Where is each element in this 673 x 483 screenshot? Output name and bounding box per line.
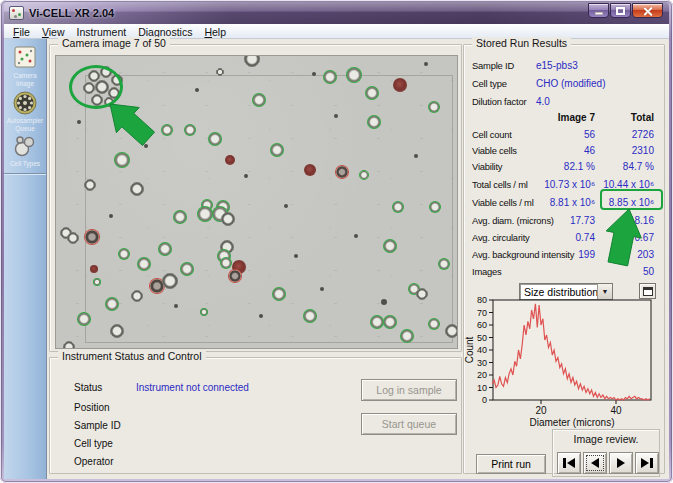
autosampler-queue-icon bbox=[12, 91, 38, 115]
title-bar: Vi-CELL XR 2.04 bbox=[4, 2, 669, 24]
menu-diagnostics[interactable]: Diagnostics bbox=[132, 26, 198, 38]
image-review-label: Image review. bbox=[553, 433, 659, 445]
viable-cell bbox=[370, 315, 384, 329]
cell bbox=[110, 324, 124, 338]
dead-cell bbox=[90, 265, 98, 273]
results-info-label: Sample ID bbox=[472, 60, 514, 71]
results-info-value: 4.0 bbox=[536, 96, 550, 107]
log-in-sample-button[interactable]: Log in sample bbox=[361, 379, 457, 401]
debris-speck bbox=[414, 154, 418, 158]
debris-speck bbox=[259, 314, 263, 318]
viable-cell bbox=[359, 170, 369, 180]
menu-instrument[interactable]: Instrument bbox=[71, 26, 133, 38]
debris-speck bbox=[354, 234, 358, 238]
debris-speck bbox=[244, 174, 248, 178]
annotation-arrow bbox=[104, 98, 174, 162]
svg-text:10: 10 bbox=[477, 383, 487, 393]
print-run-button[interactable]: Print run bbox=[476, 454, 546, 474]
cell bbox=[67, 232, 79, 244]
cell bbox=[131, 290, 143, 302]
viable-cell bbox=[272, 287, 286, 301]
camera-image-icon bbox=[12, 46, 38, 70]
viable-cell bbox=[93, 278, 101, 286]
instr-label-cell-type: Cell type bbox=[74, 438, 113, 449]
viable-cell bbox=[303, 309, 317, 323]
viable-cell bbox=[137, 257, 151, 271]
dead-cell bbox=[225, 155, 235, 165]
results-info-value: e15-pbs3 bbox=[536, 60, 578, 71]
viable-cell bbox=[158, 242, 172, 256]
menu-view[interactable]: View bbox=[36, 26, 71, 38]
maximize-button[interactable] bbox=[610, 3, 631, 18]
instr-label-sample-id: Sample ID bbox=[74, 420, 121, 431]
instr-value-status: Instrument not connected bbox=[136, 382, 249, 393]
viable-cell bbox=[392, 201, 404, 213]
results-group-legend: Stored Run Results bbox=[472, 37, 571, 49]
cell bbox=[416, 288, 428, 300]
image-review-panel: Image review. bbox=[552, 429, 660, 477]
instr-label-operator: Operator bbox=[74, 456, 113, 467]
debris-speck bbox=[320, 287, 324, 291]
sidebar-item-camera-image[interactable]: Camera Image bbox=[4, 46, 46, 87]
results-total-value: 2310 bbox=[601, 145, 654, 156]
viable-cell bbox=[208, 132, 222, 146]
debris-speck bbox=[424, 62, 428, 66]
results-image-value: 82.1 % bbox=[535, 161, 595, 172]
last-image-button[interactable] bbox=[635, 452, 659, 474]
results-row-label: Viable cells bbox=[472, 145, 517, 156]
svg-text:40: 40 bbox=[477, 345, 487, 355]
svg-text:40: 40 bbox=[610, 405, 622, 416]
sidebar-item-cell-types[interactable]: Cell Types bbox=[4, 134, 46, 168]
menu-help[interactable]: Help bbox=[198, 26, 232, 38]
minimize-button[interactable] bbox=[588, 3, 609, 18]
stored-run-results-group: Stored Run Results Sample IDe15-pbs3Cell… bbox=[463, 44, 665, 474]
menu-file[interactable]: File bbox=[7, 26, 36, 38]
results-info-label: Cell type bbox=[472, 78, 507, 89]
debris-speck bbox=[284, 204, 288, 208]
cell bbox=[445, 324, 458, 338]
instr-label-position: Position bbox=[74, 402, 110, 413]
viable-cell bbox=[220, 257, 232, 269]
debris-speck bbox=[174, 304, 178, 308]
viable-cell bbox=[346, 67, 362, 83]
close-button[interactable] bbox=[632, 3, 663, 18]
results-row-label: Total cells / ml bbox=[472, 179, 528, 190]
results-row-label: Images bbox=[472, 266, 502, 277]
previous-image-button[interactable] bbox=[583, 452, 607, 474]
cell bbox=[84, 179, 96, 191]
instr-label-status: Status bbox=[74, 382, 102, 393]
viable-cell bbox=[383, 315, 397, 329]
camera-image-group: Camera image 7 of 50 bbox=[49, 44, 462, 352]
camera-group-legend: Camera image 7 of 50 bbox=[58, 37, 170, 49]
debris-speck bbox=[109, 214, 113, 218]
viable-cell bbox=[323, 70, 337, 84]
sidebar: Camera ImageAutosampler QueueCell Types bbox=[4, 39, 47, 479]
viable-cell bbox=[184, 124, 196, 136]
dead-cell bbox=[228, 269, 242, 283]
next-image-button[interactable] bbox=[609, 452, 633, 474]
viable-cell bbox=[77, 312, 91, 326]
results-row-label: Avg. circularity bbox=[472, 232, 530, 243]
viable-cell bbox=[400, 329, 414, 343]
cell bbox=[244, 55, 260, 67]
viable-cell bbox=[438, 258, 450, 270]
results-image-value: 8.81 x 10⁶ bbox=[535, 197, 595, 208]
dead-cell bbox=[393, 78, 407, 92]
viable-cell bbox=[200, 308, 208, 316]
results-image-value: 199 bbox=[535, 249, 595, 260]
results-image-value: 17.73 bbox=[535, 215, 595, 226]
window-frame: Vi-CELL XR 2.04 FileViewInstrumentDiagno… bbox=[0, 0, 673, 483]
viable-cell bbox=[429, 201, 441, 213]
results-image-value: 56 bbox=[535, 129, 595, 140]
sidebar-item-autosampler-queue[interactable]: Autosampler Queue bbox=[4, 91, 46, 132]
size-distribution-chart: 010203040506070802040Diameter (microns)C… bbox=[464, 295, 666, 430]
results-row-label: Viability bbox=[472, 161, 502, 172]
cell bbox=[130, 182, 144, 196]
viable-cell bbox=[105, 297, 119, 311]
start-queue-button[interactable]: Start queue bbox=[361, 413, 457, 435]
viable-cell bbox=[367, 115, 381, 129]
viable-cell bbox=[428, 101, 440, 113]
results-arrow bbox=[592, 205, 672, 275]
first-image-button[interactable] bbox=[557, 452, 581, 474]
viable-cell bbox=[173, 210, 187, 224]
